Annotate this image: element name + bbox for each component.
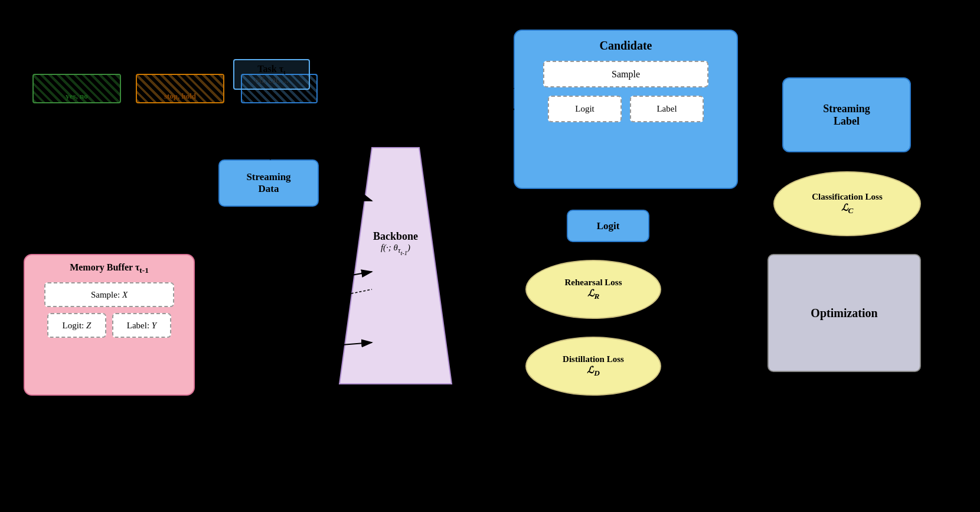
svg-line-18 bbox=[697, 373, 844, 425]
backbone-label: Backbone f(·; θτt-1) bbox=[342, 230, 449, 256]
candidate-sample-label: Sample bbox=[612, 69, 640, 80]
svg-line-14 bbox=[663, 289, 766, 307]
svg-line-12 bbox=[740, 109, 772, 204]
reservoir-sampling-label: Reservoir Sampling bbox=[433, 475, 522, 491]
distillation-loss-ellipse: Distillation Loss ℒD bbox=[525, 337, 661, 396]
svg-marker-0 bbox=[339, 148, 452, 384]
memory-buffer-title: Memory Buffer τt-1 bbox=[70, 262, 149, 275]
legend-green: yes, no bbox=[32, 74, 121, 103]
rehearsal-loss-ellipse: Rehearsal Loss ℒR bbox=[525, 260, 661, 319]
task-title: Task τt bbox=[243, 64, 300, 76]
logit-box: Logit bbox=[567, 210, 649, 242]
distillation-formula: ℒD bbox=[587, 364, 600, 378]
classification-loss-ellipse: Classification Loss ℒC bbox=[773, 171, 921, 236]
logit-label: Logit bbox=[597, 220, 620, 232]
candidate-logit-box: Logit bbox=[548, 96, 622, 122]
memory-bottom-row: Logit: Z Label: Y bbox=[47, 313, 171, 338]
candidate-bottom-row: Logit Label bbox=[548, 96, 704, 122]
legend-orange-label: stop, hold bbox=[164, 92, 196, 101]
svg-line-7 bbox=[449, 109, 514, 183]
candidate-label-box: Label bbox=[630, 96, 704, 122]
candidate-label-label: Label bbox=[656, 104, 677, 114]
memory-sample-box: Sample: X bbox=[44, 282, 174, 307]
rehearsal-formula: ℒR bbox=[587, 288, 600, 301]
streaming-label-text: StreamingLabel bbox=[823, 103, 870, 128]
memory-label-label: Label: Y bbox=[127, 321, 156, 331]
memory-logit-box: Logit: Z bbox=[47, 313, 106, 338]
memory-logit-label: Logit: Z bbox=[63, 321, 92, 331]
candidate-title: Candidate bbox=[600, 39, 652, 53]
optimization-box: Optimization bbox=[767, 254, 921, 372]
candidate-box: Candidate Sample Logit Label bbox=[514, 30, 738, 189]
task-content: off, cat, ... bbox=[243, 76, 300, 85]
svg-line-8 bbox=[452, 226, 566, 254]
diagram: yes, no stop, hold Task τt off, cat, ...… bbox=[0, 0, 980, 512]
memory-label-box: Label: Y bbox=[112, 313, 171, 338]
legend-green-label: yes, no bbox=[66, 92, 88, 101]
task-box: Task τt off, cat, ... bbox=[233, 59, 310, 90]
svg-line-10 bbox=[452, 343, 524, 366]
backbone-svg bbox=[337, 142, 455, 390]
svg-line-15 bbox=[663, 337, 766, 366]
memory-buffer-box: Memory Buffer τt-1 Sample: X Logit: Z La… bbox=[24, 254, 195, 396]
candidate-sample-box: Sample bbox=[543, 61, 708, 87]
streaming-label-box: StreamingLabel bbox=[782, 77, 911, 152]
pair-first: (x′, y′) bbox=[218, 283, 247, 296]
streaming-data-label: StreamingData bbox=[246, 171, 290, 195]
streaming-data-box: StreamingData bbox=[218, 159, 319, 207]
rehearsal-title: Rehearsal Loss bbox=[564, 278, 622, 288]
candidate-logit-label: Logit bbox=[575, 104, 594, 114]
memory-sample-label: Sample: X bbox=[91, 290, 128, 300]
svg-line-19 bbox=[236, 402, 514, 485]
classification-title: Classification Loss bbox=[812, 192, 883, 202]
update-label: Update bbox=[596, 413, 626, 426]
svg-line-11 bbox=[740, 115, 781, 137]
legend-orange: stop, hold bbox=[136, 74, 224, 103]
optimization-label: Optimization bbox=[811, 306, 877, 320]
pair-second: (x″, z″) bbox=[218, 343, 252, 355]
distillation-title: Distillation Loss bbox=[563, 354, 624, 364]
classification-formula: ℒC bbox=[841, 202, 854, 216]
